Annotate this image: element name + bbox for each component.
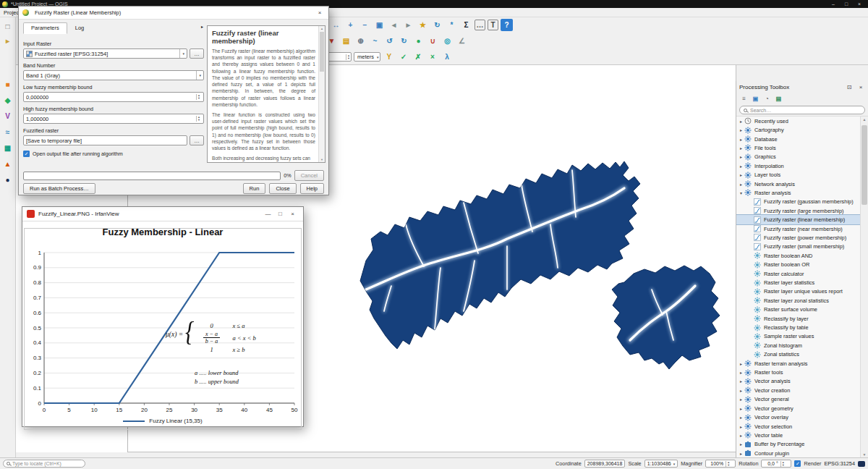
- toolbox-algorithm-item[interactable]: Reclassify by table: [736, 323, 860, 331]
- toolbox-algorithm-item[interactable]: Raster layer unique values report: [736, 287, 860, 296]
- add-mesh-layer-icon[interactable]: ▲: [2, 158, 14, 169]
- chevron-right-icon[interactable]: ▸: [738, 119, 744, 124]
- scroll-up-icon[interactable]: ▲: [861, 117, 868, 122]
- chevron-right-icon[interactable]: ▸: [738, 172, 744, 177]
- chevron-right-icon[interactable]: ▸: [738, 145, 744, 151]
- pan-map-icon[interactable]: ↔: [330, 19, 342, 31]
- magnifier-spinner[interactable]: 100%▲▼: [705, 460, 736, 468]
- close-button[interactable]: Close: [269, 183, 296, 194]
- run-button[interactable]: Run: [243, 183, 266, 194]
- add-virtual-layer-icon[interactable]: V: [2, 110, 14, 122]
- toolbox-group-item[interactable]: ▸Vector table: [736, 431, 860, 439]
- toolbox-search-input[interactable]: Search…: [739, 106, 865, 114]
- toolbox-group-item[interactable]: ▾Raster analysis: [736, 188, 860, 197]
- toolbox-algorithm-item[interactable]: Zonal statistics: [736, 350, 860, 359]
- snapping-magnet-icon[interactable]: ∪: [427, 35, 439, 47]
- help-scrollbar[interactable]: ▲ ▼: [318, 26, 325, 162]
- coordinate-value[interactable]: 208989,306418: [584, 460, 626, 468]
- chevron-right-icon[interactable]: ▸: [738, 406, 744, 411]
- chevron-right-icon[interactable]: ▸: [738, 182, 744, 187]
- toolbox-algorithm-item[interactable]: Fuzzify raster (linear membership): [736, 215, 860, 224]
- render-checkbox[interactable]: [794, 460, 801, 467]
- rotation-spinner[interactable]: 0,0 °▲▼: [761, 460, 791, 468]
- history-icon[interactable]: ◔: [762, 94, 772, 103]
- help-collapse-icon[interactable]: ▸: [201, 24, 203, 29]
- add-xyz-layer-icon[interactable]: ▦: [2, 142, 14, 153]
- window-close-button[interactable]: ×: [286, 211, 299, 217]
- measure-icon[interactable]: ∠: [456, 35, 468, 47]
- toolbox-group-item[interactable]: ▸Buffer by Percentage: [736, 440, 860, 449]
- text-annotation-icon[interactable]: T: [488, 20, 498, 30]
- processing-toolbox-icon[interactable]: *: [446, 19, 458, 31]
- add-geopackage-icon[interactable]: ■: [2, 78, 14, 90]
- chevron-right-icon[interactable]: ▸: [738, 424, 744, 429]
- statistics-sum-icon[interactable]: Σ: [460, 19, 472, 31]
- avoid-intersections-icon[interactable]: Y: [383, 51, 395, 63]
- toolbox-algorithm-item[interactable]: Zonal histogram: [736, 341, 860, 350]
- zoom-out-icon[interactable]: −: [359, 19, 371, 31]
- reshape-features-icon[interactable]: ✓: [397, 51, 409, 63]
- chevron-right-icon[interactable]: ▸: [738, 415, 744, 420]
- toolbox-algorithm-item[interactable]: Fuzzify raster (small membership): [736, 242, 860, 251]
- dialog-close-button[interactable]: ×: [315, 9, 325, 16]
- toolbox-algorithm-item[interactable]: Fuzzify raster (power membership): [736, 233, 860, 242]
- chevron-right-icon[interactable]: ▸: [738, 370, 744, 375]
- style-dock-icon[interactable]: ◎: [441, 35, 454, 47]
- toolbox-group-item[interactable]: ▸Vector analysis: [736, 377, 860, 386]
- toolbox-algorithm-item[interactable]: Reclassify by layer: [736, 314, 860, 323]
- units-select[interactable]: meters▾: [354, 52, 380, 62]
- new-bookmark-icon[interactable]: ★: [417, 19, 429, 31]
- chevron-right-icon[interactable]: ▸: [738, 388, 744, 393]
- help-button[interactable]: Help: [300, 183, 324, 194]
- scroll-thumb[interactable]: [320, 32, 324, 72]
- toolbox-group-item[interactable]: ▸Graphics: [736, 153, 860, 161]
- toolbox-algorithm-item[interactable]: Raster layer zonal statistics: [736, 296, 860, 305]
- toolbox-group-item[interactable]: ▸Vector general: [736, 395, 860, 404]
- chevron-right-icon[interactable]: ▸: [738, 127, 744, 132]
- panel-close-icon[interactable]: ×: [856, 84, 865, 90]
- dialog-titlebar[interactable]: Fuzzify Raster (Linear Membership) ×: [19, 7, 328, 20]
- digitize-value-input[interactable]: ▲▼: [327, 52, 352, 62]
- tab-parameters[interactable]: Parameters: [23, 22, 67, 34]
- scroll-up-icon[interactable]: ▲: [319, 27, 325, 30]
- log-messages-icon[interactable]: [858, 461, 865, 467]
- zoom-last-icon[interactable]: ◄: [388, 19, 400, 31]
- chevron-right-icon[interactable]: ▸: [738, 361, 744, 366]
- models-icon[interactable]: ▣: [751, 94, 760, 103]
- toolbox-algorithm-item[interactable]: Fuzzify raster (large membership): [736, 206, 860, 215]
- chevron-right-icon[interactable]: ▸: [738, 379, 744, 384]
- python-console-icon[interactable]: ~: [369, 35, 381, 47]
- zoom-in-icon[interactable]: +: [344, 19, 357, 31]
- scroll-down-icon[interactable]: ▼: [861, 452, 868, 457]
- toolbox-algorithm-item[interactable]: Raster calculator: [736, 269, 860, 278]
- window-minimize-button[interactable]: —: [262, 211, 274, 217]
- chevron-down-icon[interactable]: ▾: [738, 190, 744, 195]
- irfanview-titlebar[interactable]: Fuzzify_Linear.PNG - IrfanView — □ ×: [22, 207, 303, 221]
- toolbox-algorithm-item[interactable]: Raster layer statistics: [736, 278, 860, 287]
- toolbox-group-item[interactable]: ▸Network analysis: [736, 179, 860, 188]
- toolbox-group-item[interactable]: ▸Interpolation: [736, 161, 860, 170]
- zoom-full-icon[interactable]: ▣: [373, 19, 386, 31]
- chevron-right-icon[interactable]: ▸: [738, 433, 744, 438]
- chevron-right-icon[interactable]: ▸: [738, 154, 744, 159]
- toolbox-group-item[interactable]: ▸Recently used: [736, 117, 860, 125]
- crs-button[interactable]: EPSG:31254: [824, 460, 855, 467]
- toolbox-group-item[interactable]: ▸File tools: [736, 143, 860, 152]
- zoom-next-icon[interactable]: ►: [402, 19, 414, 31]
- toolbox-options-icon[interactable]: ≡: [739, 94, 749, 103]
- locate-input[interactable]: Type to locate (Ctrl+K): [3, 460, 85, 468]
- vertex-tool-icon[interactable]: ×: [426, 51, 438, 63]
- add-spatialite-icon[interactable]: ◆: [2, 94, 14, 106]
- redo-icon[interactable]: ↻: [398, 35, 410, 47]
- output-browse-button[interactable]: …: [190, 135, 204, 145]
- results-viewer-icon[interactable]: ▤: [774, 94, 783, 103]
- toolbox-group-item[interactable]: ▸Vector selection: [736, 422, 860, 431]
- split-features-icon[interactable]: ✗: [412, 51, 424, 63]
- toolbox-group-item[interactable]: ▸Contour plugin: [736, 449, 860, 457]
- input-raster-browse-button[interactable]: …: [190, 48, 204, 59]
- toolbox-algorithm-item[interactable]: Raster boolean AND: [736, 251, 860, 260]
- toolbox-algorithm-item[interactable]: Fuzzify raster (gaussian membership): [736, 198, 860, 206]
- chevron-right-icon[interactable]: ▸: [738, 397, 744, 402]
- add-wms-layer-icon[interactable]: ≈: [2, 126, 14, 138]
- toolbox-algorithm-item[interactable]: Sample raster values: [736, 332, 860, 341]
